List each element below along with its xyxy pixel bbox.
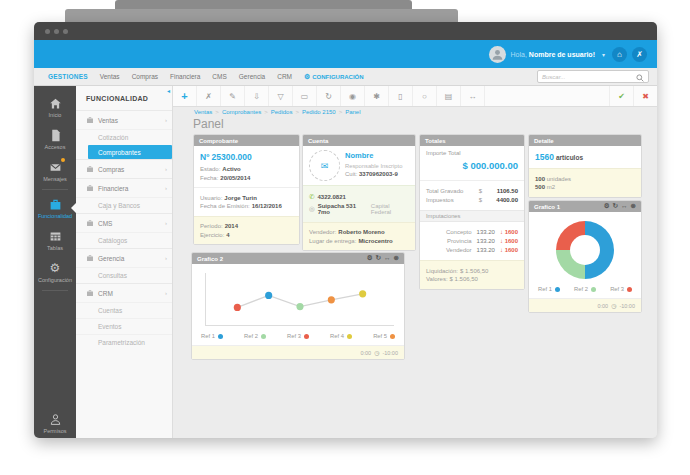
toolbar-refresh-button[interactable]: ↻ <box>317 86 341 106</box>
briefcase-icon <box>86 289 94 297</box>
field-row: Fecha de Emisión:16/12/2016 <box>200 203 293 209</box>
toolbar-key-button[interactable]: ✱ <box>365 86 389 106</box>
nav-item-parametrizacion[interactable]: Parametrización <box>76 334 172 350</box>
search-box[interactable]: Buscar... <box>537 70 649 83</box>
sidebar-item-mensajes[interactable]: Mensajes <box>34 155 76 187</box>
chevron-right-icon: › <box>165 255 167 261</box>
toolbar-resize-button[interactable]: ↔ <box>461 86 485 106</box>
toolbar-close-button[interactable]: ✗ <box>197 86 221 106</box>
nav-group-ventas[interactable]: Ventas› <box>76 110 172 129</box>
nav-item-consultas[interactable]: Consultas <box>76 267 172 283</box>
toolbar-filter-button[interactable]: ▽ <box>269 86 293 106</box>
grafico-1-legend: Ref 1Ref 2Ref 3 <box>529 281 641 298</box>
briefcase-icon <box>86 184 94 192</box>
timer-end: -10:00 <box>619 303 635 309</box>
nav-group-cms[interactable]: CMS› <box>76 213 172 232</box>
sidebar-item-inicio[interactable]: Inicio <box>34 91 76 123</box>
nav-item-eventos[interactable]: Eventos <box>76 318 172 334</box>
sidebar-item-accesos[interactable]: Accesos <box>34 123 76 155</box>
data-point[interactable] <box>265 292 272 299</box>
sidebar-item-configuracion[interactable]: ⚙Configuración <box>34 256 76 288</box>
briefcase-icon <box>86 219 94 227</box>
field-label: Cuit: <box>345 171 357 177</box>
grafico-2-footer: 0:00 ◷ -10:00 <box>192 345 404 359</box>
window-control-dot[interactable] <box>45 29 50 34</box>
close-icon[interactable]: ⊗ <box>394 255 399 262</box>
legend-dot <box>555 287 560 292</box>
menu-item-financiera[interactable]: Financiera <box>164 73 206 80</box>
donut-chart <box>556 221 614 279</box>
nav-item-cuentas[interactable]: Cuentas <box>76 302 172 318</box>
nav-item-cotizacion[interactable]: Cotización <box>76 129 172 145</box>
field-value: Microcentro <box>358 238 392 244</box>
delta-value: 1600 <box>505 229 518 235</box>
nav-item-comprobantes[interactable]: Comprobantes <box>88 145 172 159</box>
toolbar-add-button[interactable]: + <box>173 86 197 106</box>
toolbar-delete-button[interactable]: ▯ <box>389 86 413 106</box>
nav-group-compras[interactable]: Compras› <box>76 159 172 178</box>
nav-group-gerencia[interactable]: Gerencia› <box>76 248 172 267</box>
collapse-panel-icon[interactable]: ◂ <box>167 87 170 94</box>
data-point[interactable] <box>328 296 335 303</box>
breadcrumb-item[interactable]: Comprobantes <box>222 109 261 115</box>
nav-group-crm[interactable]: CRM› <box>76 283 172 302</box>
menu-item-cms[interactable]: CMS <box>206 73 232 80</box>
sidebar-item-tablas[interactable]: Tablas <box>34 224 76 256</box>
resize-icon[interactable]: ↔ <box>384 255 391 262</box>
field-row: Estado:Activo <box>200 166 293 172</box>
data-point[interactable] <box>296 303 303 310</box>
toolbar-confirm-button[interactable]: ✔ <box>609 86 633 106</box>
sidebar-divider <box>42 189 68 190</box>
toolbar-print-button[interactable]: ▤ <box>437 86 461 106</box>
account-avatar[interactable]: ✉ <box>309 150 340 181</box>
close-session-button[interactable]: ✗ <box>632 47 647 62</box>
menu-item-gestiones[interactable]: GESTIONES <box>42 73 94 80</box>
toolbar-pin-button[interactable]: ◉ <box>341 86 365 106</box>
breadcrumb-item[interactable]: Pedidos <box>271 109 293 115</box>
menu-item-ventas[interactable]: Ventas <box>94 73 126 80</box>
total-row: Total Gravado$1106.50 <box>426 188 518 194</box>
configuracion-label: CONFIGURACIÓN <box>312 74 363 80</box>
nav-group-financiera[interactable]: Financiera› <box>76 178 172 197</box>
avatar[interactable] <box>489 46 506 63</box>
breadcrumb-item[interactable]: Panel <box>345 109 360 115</box>
sidebar-item-funcionalidad[interactable]: Funcionalidad <box>34 192 76 224</box>
breadcrumb-item[interactable]: Pedido 2150 <box>302 109 336 115</box>
window-control-dot[interactable] <box>63 29 68 34</box>
donut-hole <box>570 235 600 265</box>
toolbar-cancel-button[interactable]: ✖ <box>633 86 657 106</box>
chevron-down-icon[interactable]: ▾ <box>602 51 605 58</box>
data-point[interactable] <box>234 304 241 311</box>
toolbar-card-button[interactable]: ▭ <box>293 86 317 106</box>
menu-item-configuracion[interactable]: ⚙ CONFIGURACIÓN <box>304 73 364 81</box>
resize-icon[interactable]: ↔ <box>621 203 628 210</box>
user-greeting[interactable]: Hola,Nombre de usuario! <box>511 51 595 58</box>
nav-item-caja-y-bancos[interactable]: Caja y Bancos <box>76 197 172 213</box>
nav-item-catalogos[interactable]: Catálogos <box>76 232 172 248</box>
sidebar-item-permisos[interactable]: Permisos <box>34 407 76 438</box>
gear-icon[interactable]: ⚙ <box>604 203 610 210</box>
currency-symbol: $ <box>479 197 482 203</box>
grafico-1-card: Grafico 1 ⚙↻↔⊗ Ref 1Ref 2Ref 3 0:00 ◷ -1… <box>528 200 642 313</box>
field-row: 100 unidades <box>535 176 635 182</box>
refresh-icon[interactable]: ↻ <box>376 255 381 262</box>
document-number: Nº 25300.000 <box>200 152 293 162</box>
home-button[interactable]: ⌂ <box>612 47 627 62</box>
toolbar-search-button[interactable]: ○ <box>413 86 437 106</box>
toolbar-download-button[interactable]: ⇩ <box>245 86 269 106</box>
menu-item-crm[interactable]: CRM <box>271 73 298 80</box>
app-header: Hola,Nombre de usuario! ▾ ⌂ ✗ <box>34 40 657 68</box>
menu-item-gerencia[interactable]: Gerencia <box>233 73 271 80</box>
delta-value: 1600 <box>505 247 518 253</box>
toolbar-edit-button[interactable]: ✎ <box>221 86 245 106</box>
field-value: 20/05/2014 <box>220 175 250 181</box>
menu-item-compras[interactable]: Compras <box>126 73 164 80</box>
data-point[interactable] <box>359 290 366 297</box>
refresh-icon[interactable]: ↻ <box>613 203 618 210</box>
field-value: $ 1.506,50 <box>460 268 488 274</box>
breadcrumb-item[interactable]: Ventas <box>194 109 212 115</box>
window-control-dot[interactable] <box>54 29 59 34</box>
close-icon[interactable]: ⊗ <box>631 203 636 210</box>
gear-icon[interactable]: ⚙ <box>367 255 373 262</box>
arrow-down-icon: ↓ <box>500 229 503 235</box>
